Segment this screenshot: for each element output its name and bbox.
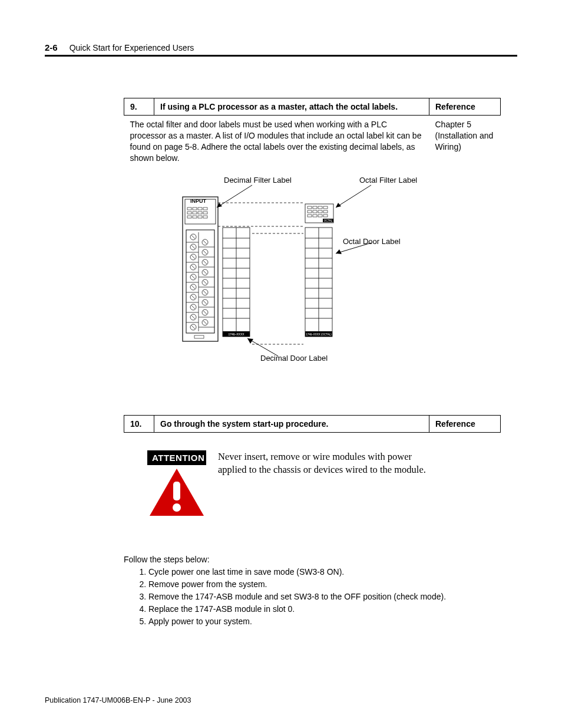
svg-rect-9: [203, 212, 207, 214]
svg-text:OCTAL: OCTAL: [324, 219, 333, 222]
svg-rect-102: [318, 206, 322, 209]
svg-rect-11: [193, 216, 197, 218]
svg-rect-6: [187, 212, 191, 214]
svg-rect-72: [194, 335, 204, 338]
step-9-table: 9. If using a PLC processor as a master,…: [124, 98, 501, 167]
svg-marker-121: [336, 203, 341, 207]
svg-point-128: [173, 503, 181, 512]
step-9-number: 9.: [124, 98, 154, 116]
svg-rect-105: [313, 210, 317, 213]
decimal-filter-label: Decimal Filter Label: [224, 176, 292, 185]
step-item: Remove power from the system.: [148, 579, 501, 589]
svg-rect-12: [198, 216, 202, 218]
step-item: Apply power to your system.: [148, 616, 501, 627]
label-diagram: 1746–XXXX 1746–XXXX (OCTAL): [124, 179, 501, 380]
svg-rect-2: [187, 207, 191, 210]
step-9-ref-header: Reference: [429, 98, 501, 116]
step-10-title: Go through the system start-up procedure…: [154, 415, 429, 432]
step-item: Remove the 1747-ASB module and set SW3-8…: [148, 591, 501, 602]
attention-badge: ATTENTION: [147, 450, 206, 465]
svg-rect-8: [198, 212, 202, 214]
svg-text:1746–XXXX (OCTAL): 1746–XXXX (OCTAL): [306, 333, 332, 336]
svg-line-120: [336, 185, 371, 207]
warning-icon: [147, 466, 206, 519]
svg-rect-13: [203, 216, 207, 218]
svg-rect-100: [308, 206, 312, 209]
step-9-title: If using a PLC processor as a master, at…: [154, 98, 429, 116]
step-item: Replace the 1747-ASB module in slot 0.: [148, 604, 501, 614]
svg-rect-104: [308, 210, 312, 213]
step-item: Cycle power one last time in save mode (…: [148, 566, 501, 577]
page-number: 2-6: [45, 42, 58, 52]
svg-rect-101: [313, 206, 317, 209]
input-tag: INPUT: [190, 198, 206, 204]
follow-intro: Follow the steps below:: [124, 555, 501, 564]
svg-rect-111: [323, 215, 328, 217]
svg-rect-110: [318, 215, 322, 217]
svg-rect-4: [198, 207, 202, 210]
svg-line-118: [217, 185, 252, 207]
octal-door-label: Octal Door Label: [343, 237, 401, 246]
attention-box: ATTENTION Never insert, remove or wire m…: [147, 450, 501, 519]
step-10-table: 10. Go through the system start-up proce…: [124, 415, 501, 433]
svg-rect-7: [193, 212, 197, 214]
svg-rect-103: [323, 206, 328, 209]
step-10-number: 10.: [124, 415, 154, 432]
attention-text: Never insert, remove or wire modules wit…: [218, 450, 442, 519]
svg-rect-5: [203, 207, 207, 210]
footer-publication: Publication 1747-UM006B-EN-P - June 2003: [45, 696, 191, 704]
step-9-description: The octal filter and door labels must be…: [124, 116, 429, 167]
svg-rect-127: [173, 482, 180, 500]
svg-rect-109: [313, 215, 317, 217]
svg-rect-10: [187, 216, 191, 218]
step-10-ref-header: Reference: [429, 415, 501, 432]
steps-list: Cycle power one last time in save mode (…: [132, 566, 501, 627]
decimal-door-label: Decimal Door Label: [260, 354, 328, 363]
svg-rect-108: [308, 215, 312, 217]
octal-filter-label: Octal Filter Label: [359, 176, 417, 185]
page-header: 2-6 Quick Start for Experienced Users: [45, 42, 517, 57]
svg-rect-107: [323, 210, 328, 213]
svg-text:1746–XXXX: 1746–XXXX: [228, 332, 244, 336]
header-title: Quick Start for Experienced Users: [70, 43, 194, 52]
svg-rect-106: [318, 210, 322, 213]
svg-rect-3: [193, 207, 197, 210]
step-9-reference: Chapter 5 (Installation and Wiring): [429, 116, 501, 167]
